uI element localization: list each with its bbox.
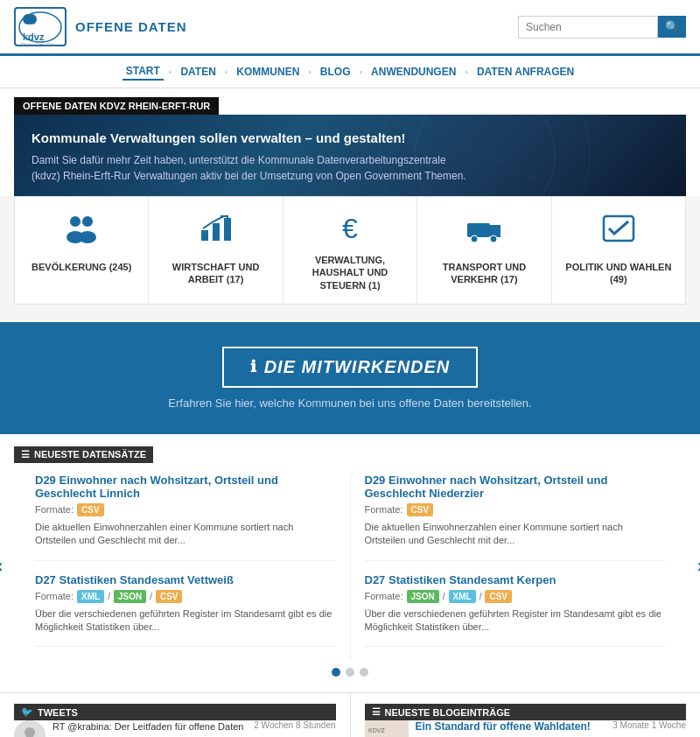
svg-rect-9 [213,223,220,241]
formats-row-3: Formate: JSON / XML / CSV [365,590,666,603]
mitwirkenden-subtitle: Erfahren Sie hier, welche Kommunen bei u… [18,397,682,410]
search-button[interactable]: 🔍 [658,16,686,38]
dataset-title-1[interactable]: D29 Einwohner nach Wohsitzart, Ortsteil … [365,474,666,500]
svg-point-14 [490,235,497,242]
badge-json-2: JSON [114,590,146,603]
tweets-header: 🐦 TWEETS [14,704,336,720]
nav-daten-anfragen[interactable]: DATEN ANFRAGEN [473,64,578,80]
verwaltung-icon: € [342,213,358,245]
blog-thumb: KDVZ OFFEN WAHL [365,720,409,737]
nav-dot-5: • [465,67,468,77]
blog-list-icon: ☰ [372,706,381,718]
tweet-time: 2 Wochen 8 Stunden [254,720,335,730]
banner-bg: Kommunale Verwaltungen sollen verwalten … [14,115,686,196]
svg-rect-11 [467,223,490,237]
badge-csv-0: CSV [77,503,104,516]
slash-2b: / [150,592,152,601]
svg-point-4 [70,216,80,227]
slash-2a: / [108,592,110,601]
badge-xml-2: XML [77,590,104,603]
blog-header: ☰ NEUESTE BLOGEINTRÄGE [365,704,687,720]
carousel-dot-0[interactable] [332,668,340,677]
dataset-desc-2: Über die verschiedenen geführten Registe… [35,607,336,635]
banner-section: OFFENE DATEN KDVZ RHEIN-ERFT-RUR Kommuna… [0,88,700,196]
dataset-item-3: D27 Statistiken Standesamt Kerpen Format… [365,573,666,648]
search-area: 🔍 [518,16,686,39]
dataset-col-left: D29 Einwohner nach Wohsitzart, Ortsteil … [35,474,336,660]
nav-daten[interactable]: DATEN [177,64,219,80]
carousel-dot-1[interactable] [346,668,354,677]
datasets-header: ☰ NEUESTE DATENSÄTZE [14,446,153,463]
category-verwaltung[interactable]: € VERWALTUNG, HAUSHALT UND STEUERN (1) [284,197,417,304]
formats-row-0: Formate: CSV [35,503,336,516]
datasets-grid: D29 Einwohner nach Wohsitzart, Ortsteil … [35,474,665,660]
badge-csv-2: CSV [156,590,183,603]
blog-time: 3 Monate 1 Woche [612,720,686,730]
site-title: OFFENE DATEN [75,19,187,34]
nav-dot-3: • [308,67,312,77]
formats-label-1: Formate: [365,504,403,515]
dataset-desc-0: Die aktuellen Einwohnerzahlen einer Komm… [35,521,336,548]
carousel-prev[interactable]: ‹ [0,555,3,578]
tweet-item: 2 Wochen 8 Stunden RT @krabina: Der Leit… [14,720,336,737]
blog-content: 3 Monate 1 Woche Ein Standard für offene… [416,720,687,733]
nav-dot-4: • [360,67,363,77]
blog-header-label: NEUESTE BLOGEINTRÄGE [385,707,511,718]
main-nav: START • DATEN • KOMMUNEN • BLOG • ANWEND… [0,56,700,88]
dataset-title-3[interactable]: D27 Statistiken Standesamt Kerpen [365,573,666,586]
mitwirkenden-section: ℹ DIE MITWIRKENDEN Erfahren Sie hier, we… [0,322,700,434]
slash-3a: / [443,592,445,601]
category-politik[interactable]: POLITIK UND WAHLEN (49) [552,197,685,304]
dataset-item-2: D27 Statistiken Standesamt Vettweiß Form… [35,573,336,648]
tweets-col: 🐦 TWEETS 2 Wochen 8 Stunden RT @krabina:… [0,693,351,737]
politik-icon [600,213,637,252]
nav-kommunen[interactable]: KOMMUNEN [233,64,303,80]
badge-csv-3: CSV [485,590,512,603]
tweets-header-label: TWEETS [38,707,78,718]
svg-text:Rhein · Erft · Rur: Rhein · Erft · Rur [21,42,54,46]
banner-label: OFFENE DATEN KDVZ RHEIN-ERFT-RUR [14,97,219,115]
verwaltung-label: VERWALTUNG, HAUSHALT UND STEUERN (1) [290,254,410,291]
logo-box: kdvz Rhein · Erft · Rur [14,7,66,46]
dataset-col-right: D29 Einwohner nach Wohsitzart, Ortsteil … [350,474,666,660]
svg-point-1 [26,14,37,25]
dataset-desc-3: Über die verschiedenen geführten Registe… [365,607,666,635]
svg-marker-12 [490,225,500,237]
badge-csv-1: CSV [407,503,434,516]
formats-label-2: Formate: [35,591,74,601]
svg-text:kdvz: kdvz [23,32,45,42]
svg-text:KDVZ: KDVZ [368,727,385,733]
politik-label: POLITIK UND WAHLEN (49) [559,261,678,286]
mitwirkenden-button[interactable]: ℹ DIE MITWIRKENDEN [222,347,479,388]
svg-rect-8 [201,230,208,241]
dataset-title-0[interactable]: D29 Einwohner nach Wohsitzart, Ortsteil … [35,474,336,500]
search-input[interactable] [518,16,658,39]
tweet-avatar [14,720,46,737]
category-wirtschaft[interactable]: WIRTSCHAFT UND ARBEIT (17) [149,197,283,304]
badge-json-3: JSON [407,590,439,603]
dataset-item-0: D29 Einwohner nach Wohsitzart, Ortsteil … [35,474,336,561]
dataset-item-1: D29 Einwohner nach Wohsitzart, Ortsteil … [365,474,666,561]
bottom-row: 🐦 TWEETS 2 Wochen 8 Stunden RT @krabina:… [0,692,700,737]
carousel-nav [14,659,686,680]
formats-row-2: Formate: XML / JSON / CSV [35,590,336,603]
transport-label: TRANSPORT UND VERKEHR (17) [424,261,543,286]
dataset-title-2[interactable]: D27 Statistiken Standesamt Vettweiß [35,573,336,586]
category-bevoelkerung[interactable]: BEVÖLKERUNG (245) [15,197,149,304]
nav-dot-2: • [225,67,228,77]
logo-area: kdvz Rhein · Erft · Rur OFFENE DATEN [14,7,187,46]
bevoelkerung-label: BEVÖLKERUNG (245) [32,261,131,273]
datasets-section: ☰ NEUESTE DATENSÄTZE ‹ D29 Einwohner nac… [0,434,700,693]
wirtschaft-icon [198,213,234,252]
category-transport[interactable]: TRANSPORT UND VERKEHR (17) [417,197,551,304]
datasets-wrapper: ‹ D29 Einwohner nach Wohsitzart, Ortstei… [14,474,686,660]
transport-icon [466,213,502,252]
info-icon: ℹ [250,357,257,376]
wirtschaft-label: WIRTSCHAFT UND ARBEIT (17) [156,261,275,286]
nav-anwendungen[interactable]: ANWENDUNGEN [368,64,459,80]
nav-blog[interactable]: BLOG [317,64,354,80]
carousel-dot-2[interactable] [360,668,368,677]
nav-start[interactable]: START [122,63,164,81]
tweet-content: 2 Wochen 8 Stunden RT @krabina: Der Leit… [52,720,336,737]
blog-item: KDVZ OFFEN WAHL 3 Monate 1 Woche Ein Sta… [365,720,687,737]
